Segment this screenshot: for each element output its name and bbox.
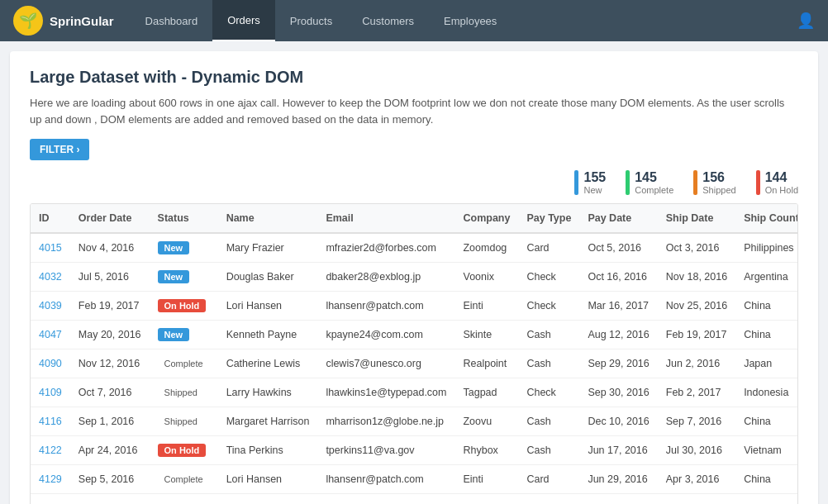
cell-ship-date: Sep 7, 2016 <box>658 407 735 436</box>
cell-name: Lori Hansen <box>218 292 318 321</box>
nav-orders[interactable]: Orders <box>212 0 275 41</box>
stat-label-complete: Complete <box>635 185 673 195</box>
stat-bar-onhold <box>756 170 760 195</box>
user-menu[interactable]: 👤 <box>797 12 815 30</box>
cell-status: New <box>150 233 218 263</box>
stat-shipped: 156 Shipped <box>693 170 735 195</box>
brand-logo: 🌱 <box>13 6 43 36</box>
cell-id: 4090 <box>31 349 70 378</box>
cell-name: Mary Frazier <box>218 233 318 263</box>
cell-email: tperkins11@va.gov <box>317 436 454 465</box>
nav-products[interactable]: Products <box>275 0 347 41</box>
stat-label-onhold: On Hold <box>765 185 798 195</box>
cell-status: Complete <box>150 349 218 378</box>
nav-customers[interactable]: Customers <box>347 0 429 41</box>
cell-ship-date: Jul 30, 2016 <box>658 436 735 465</box>
cell-email: lhawkins1e@typepad.com <box>317 378 454 407</box>
cell-status: Shipped <box>150 494 218 505</box>
cell-email: mharrison1z@globe.ne.jp <box>317 407 454 436</box>
cell-ship-date: Nov 18, 2016 <box>658 263 735 292</box>
cell-pay-type: Check <box>518 292 579 321</box>
cell-ship-country: Philippines <box>735 233 798 263</box>
cell-company: Voonix <box>454 263 518 292</box>
cell-order-date: Feb 19, 2017 <box>70 292 150 321</box>
order-id-link[interactable]: 4122 <box>39 445 62 456</box>
cell-ship-country: China <box>735 494 798 505</box>
cell-company: Einti <box>454 292 518 321</box>
table-row: 4164 Oct 31, 2016 Shipped Martha Turner … <box>31 494 798 505</box>
status-badge: Complete <box>158 357 210 370</box>
cell-company: Einti <box>454 465 518 494</box>
cell-name: Catherine Lewis <box>218 349 318 378</box>
cell-company: Zoomdog <box>454 233 518 263</box>
cell-pay-type: Cash <box>518 407 579 436</box>
orders-table: ID Order Date Status Name Email Company … <box>31 204 798 504</box>
cell-name: Douglas Baker <box>218 263 318 292</box>
cell-pay-type: Card <box>518 465 579 494</box>
cell-name: Larry Hawkins <box>218 378 318 407</box>
status-badge: On Hold <box>158 299 207 312</box>
cell-email: clewis7@unesco.org <box>317 349 454 378</box>
cell-pay-date: Jun 29, 2016 <box>579 465 657 494</box>
order-id-link[interactable]: 4116 <box>39 416 62 427</box>
stat-bar-shipped <box>693 170 697 195</box>
col-order-date: Order Date <box>70 204 150 233</box>
order-id-link[interactable]: 4032 <box>39 271 62 283</box>
cell-pay-date: Dec 10, 2016 <box>579 407 657 436</box>
col-ship-country: Ship Country <box>735 204 798 233</box>
cell-pay-date: Oct 5, 2016 <box>579 233 657 263</box>
order-id-link[interactable]: 4090 <box>39 358 62 369</box>
cell-company: Rhybox <box>454 436 518 465</box>
nav-dashboard[interactable]: Dashboard <box>131 0 213 41</box>
cell-ship-date: Oct 3, 2016 <box>658 233 735 263</box>
col-email: Email <box>317 204 454 233</box>
table-row: 4032 Jul 5, 2016 New Douglas Baker dbake… <box>31 263 798 292</box>
filter-button[interactable]: FILTER › <box>30 139 89 160</box>
cell-email: kpayne24@com.com <box>317 321 454 349</box>
brand-name: SprinGular <box>50 14 114 28</box>
stat-onhold: 144 On Hold <box>756 170 798 195</box>
order-id-link[interactable]: 4015 <box>39 242 62 254</box>
cell-status: On Hold <box>150 436 218 465</box>
cell-ship-date: Jun 2, 2016 <box>658 349 735 378</box>
order-id-link[interactable]: 4129 <box>39 473 62 485</box>
status-badge: Complete <box>158 473 210 486</box>
col-ship-date: Ship Date <box>658 204 735 233</box>
cell-status: Complete <box>150 465 218 494</box>
cell-ship-country: Argentina <box>735 263 798 292</box>
col-company: Company <box>454 204 518 233</box>
order-id-link[interactable]: 4109 <box>39 387 62 398</box>
cell-pay-date: Oct 16, 2016 <box>579 263 657 292</box>
cell-order-date: Sep 5, 2016 <box>70 465 150 494</box>
cell-order-date: May 20, 2016 <box>70 321 150 349</box>
page-title: Large Dataset with - Dynamic DOM <box>30 68 798 87</box>
cell-order-date: Oct 7, 2016 <box>70 378 150 407</box>
table-header: ID Order Date Status Name Email Company … <box>31 204 798 233</box>
col-pay-type: Pay Type <box>518 204 579 233</box>
page-description: Here we are loading about 600 rows in on… <box>30 95 798 127</box>
nav-employees[interactable]: Employees <box>429 0 512 41</box>
order-id-link[interactable]: 4039 <box>39 300 62 311</box>
status-badge: On Hold <box>158 444 207 457</box>
order-id-link[interactable]: 4047 <box>39 329 62 340</box>
table-row: 4047 May 20, 2016 New Kenneth Payne kpay… <box>31 321 798 349</box>
cell-name: Tina Perkins <box>218 436 318 465</box>
cell-status: Shipped <box>150 407 218 436</box>
table-row: 4090 Nov 12, 2016 Complete Catherine Lew… <box>31 349 798 378</box>
cell-ship-date: Feb 19, 2017 <box>658 321 735 349</box>
cell-name: Lori Hansen <box>218 465 318 494</box>
cell-pay-type: Card <box>518 233 579 263</box>
main-content: Large Dataset with - Dynamic DOM Here we… <box>10 51 818 504</box>
cell-pay-date: Mar 16, 2017 <box>579 292 657 321</box>
cell-ship-country: Indonesia <box>735 378 798 407</box>
cell-pay-type: Check <box>518 494 579 505</box>
status-badge: New <box>158 241 190 254</box>
cell-status: Shipped <box>150 378 218 407</box>
cell-id: 4109 <box>31 378 70 407</box>
cell-id: 4047 <box>31 321 70 349</box>
cell-company: Tagpad <box>454 378 518 407</box>
cell-id: 4039 <box>31 292 70 321</box>
cell-email: mfrazier2d@forbes.com <box>317 233 454 263</box>
cell-order-date: Apr 24, 2016 <box>70 436 150 465</box>
col-pay-date: Pay Date <box>579 204 657 233</box>
